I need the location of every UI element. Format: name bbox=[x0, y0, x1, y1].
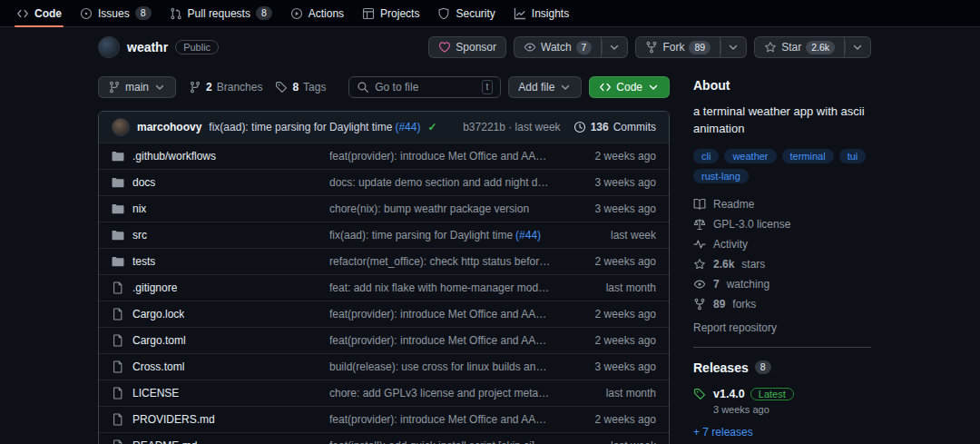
commit-message[interactable]: chore: add GPLv3 license and project met… bbox=[329, 387, 552, 400]
table-row[interactable]: Cargo.toml feat(provider): introduce Met… bbox=[99, 327, 669, 353]
table-row[interactable]: .github/workflows feat(provider): introd… bbox=[99, 143, 669, 169]
star-dropdown-button[interactable] bbox=[845, 36, 871, 58]
issue-opened-icon bbox=[80, 7, 93, 20]
activity-link[interactable]: Activity bbox=[693, 234, 871, 254]
topic-tag[interactable]: weather bbox=[724, 149, 776, 163]
pull-requests-count-badge: 8 bbox=[256, 6, 272, 20]
commit-message[interactable]: fix(aad): time parsing for Daylight time… bbox=[329, 229, 552, 242]
branches-label: Branches bbox=[217, 81, 263, 94]
commit-age: 2 weeks ago bbox=[561, 334, 656, 347]
file-name[interactable]: Cargo.lock bbox=[132, 308, 184, 321]
tab-security[interactable]: Security bbox=[428, 0, 504, 26]
git-branch-icon bbox=[189, 81, 201, 94]
commit-message[interactable]: feat(provider): introduce Met Office and… bbox=[329, 150, 552, 163]
tab-code[interactable]: Code bbox=[7, 0, 71, 26]
file-name[interactable]: Cross.toml bbox=[132, 360, 184, 373]
license-link[interactable]: GPL-3.0 license bbox=[693, 214, 871, 234]
sponsor-button[interactable]: Sponsor bbox=[428, 36, 506, 58]
branches-link[interactable]: 2 Branches bbox=[189, 81, 262, 94]
commits-history-link[interactable]: 136 Commits bbox=[573, 121, 656, 133]
table-row[interactable]: nix chore(nix): bump weathr package vers… bbox=[99, 195, 669, 222]
repo-forked-icon bbox=[645, 41, 658, 54]
go-to-file-box: t bbox=[348, 76, 501, 98]
report-repository-link[interactable]: Report repository bbox=[693, 321, 871, 334]
commit-message[interactable]: feat(provider): introduce Met Office and… bbox=[329, 334, 552, 347]
commit-message[interactable]: build(release): use cross for linux buil… bbox=[329, 360, 552, 373]
file-name[interactable]: src bbox=[132, 229, 147, 242]
commit-message[interactable]: refactor(met_office): check http status … bbox=[329, 255, 552, 268]
tab-pull-requests[interactable]: Pull requests 8 bbox=[161, 0, 281, 26]
file-name[interactable]: docs bbox=[132, 176, 155, 189]
commit-age: 3 weeks ago bbox=[561, 202, 656, 215]
go-to-file-input[interactable] bbox=[375, 81, 475, 94]
file-toolbar: main 2 Branches 8 Tags t bbox=[98, 76, 670, 98]
checks-status-icon[interactable]: ✓ bbox=[427, 121, 436, 133]
forks-link[interactable]: 89 forks bbox=[693, 294, 871, 314]
file-name[interactable]: tests bbox=[132, 255, 155, 268]
file-name[interactable]: LICENSE bbox=[132, 387, 179, 400]
topic-tag[interactable]: cli bbox=[693, 149, 719, 163]
watching-link[interactable]: 7 watching bbox=[693, 274, 871, 294]
more-releases-link[interactable]: + 7 releases bbox=[693, 426, 871, 439]
commit-issue-link[interactable]: (#44) bbox=[395, 121, 420, 133]
commit-message[interactable]: chore(nix): bump weathr package version bbox=[329, 202, 552, 215]
commit-age: 2 weeks ago bbox=[561, 413, 656, 426]
star-button[interactable]: Star 2.6k bbox=[754, 36, 845, 58]
shield-icon bbox=[437, 7, 450, 20]
file-name[interactable]: .github/workflows bbox=[132, 150, 216, 163]
tab-actions[interactable]: Actions bbox=[281, 0, 353, 26]
repo-name-link[interactable]: weathr bbox=[127, 40, 168, 54]
table-row[interactable]: Cargo.lock feat(provider): introduce Met… bbox=[99, 301, 669, 327]
add-file-button[interactable]: Add file bbox=[508, 76, 582, 98]
latest-release-link[interactable]: v1.4.0Latest 3 weeks ago bbox=[693, 387, 871, 415]
table-row[interactable]: docs docs: update demo section and add n… bbox=[99, 169, 669, 195]
table-row[interactable]: LICENSE chore: add GPLv3 license and pro… bbox=[99, 380, 669, 406]
tab-insights-label: Insights bbox=[532, 7, 569, 20]
commit-message[interactable]: docs: update demo section and add night … bbox=[329, 176, 552, 189]
table-row[interactable]: README.md feat(install): add quick insta… bbox=[99, 432, 669, 444]
topic-tag[interactable]: tui bbox=[839, 149, 867, 163]
commit-hash-link[interactable]: b37221b bbox=[463, 121, 505, 133]
file-name[interactable]: nix bbox=[132, 202, 146, 215]
chevron-down-icon bbox=[559, 81, 572, 94]
commit-message[interactable]: feat(install): add quick install script … bbox=[329, 439, 552, 444]
fork-button[interactable]: Fork 89 bbox=[635, 36, 720, 58]
topic-tag[interactable]: terminal bbox=[782, 149, 834, 163]
file-name[interactable]: PROVIDERS.md bbox=[132, 413, 215, 426]
readme-link[interactable]: Readme bbox=[693, 194, 871, 214]
tab-projects[interactable]: Projects bbox=[353, 0, 428, 26]
topic-tag[interactable]: rust-lang bbox=[693, 169, 749, 183]
latest-commit-message[interactable]: fix(aad): time parsing for Daylight time… bbox=[209, 121, 420, 133]
about-heading: About bbox=[693, 78, 871, 93]
table-row[interactable]: .gitignore feat: add nix flake with home… bbox=[99, 274, 669, 301]
tags-link[interactable]: 8 Tags bbox=[275, 81, 326, 94]
file-name[interactable]: .gitignore bbox=[132, 281, 177, 294]
fork-dropdown-button[interactable] bbox=[720, 36, 747, 58]
commit-author-avatar[interactable] bbox=[112, 118, 130, 136]
repo-actions: Sponsor Watch 7 Fork 89 bbox=[428, 36, 871, 58]
star-icon bbox=[693, 258, 706, 271]
tab-insights[interactable]: Insights bbox=[505, 0, 578, 26]
code-icon bbox=[599, 81, 612, 94]
star-count-badge: 2.6k bbox=[806, 41, 835, 54]
watch-button[interactable]: Watch 7 bbox=[514, 36, 602, 58]
branch-selector-button[interactable]: main bbox=[98, 76, 176, 98]
git-pull-request-icon bbox=[170, 7, 182, 20]
file-name[interactable]: Cargo.toml bbox=[132, 334, 186, 347]
commit-message[interactable]: feat(provider): introduce Met Office and… bbox=[329, 413, 552, 426]
tab-issues[interactable]: Issues 8 bbox=[71, 0, 161, 26]
commit-message[interactable]: feat(provider): introduce Met Office and… bbox=[329, 308, 552, 321]
stars-link[interactable]: 2.6k stars bbox=[693, 254, 871, 274]
file-name[interactable]: README.md bbox=[132, 439, 197, 444]
commit-message[interactable]: feat: add nix flake with home-manager mo… bbox=[329, 281, 552, 294]
commit-author-link[interactable]: marcohoovy bbox=[137, 121, 201, 133]
commits-count: 136 bbox=[591, 121, 609, 133]
table-row[interactable]: PROVIDERS.md feat(provider): introduce M… bbox=[99, 406, 669, 432]
code-button-label: Code bbox=[616, 80, 642, 94]
code-button[interactable]: Code bbox=[589, 76, 670, 98]
issue-link[interactable]: (#44) bbox=[515, 229, 541, 242]
watch-dropdown-button[interactable] bbox=[602, 36, 628, 58]
table-row[interactable]: Cross.toml build(release): use cross for… bbox=[99, 353, 669, 380]
table-row[interactable]: tests refactor(met_office): check http s… bbox=[99, 248, 669, 274]
table-row[interactable]: src fix(aad): time parsing for Daylight … bbox=[99, 222, 669, 248]
